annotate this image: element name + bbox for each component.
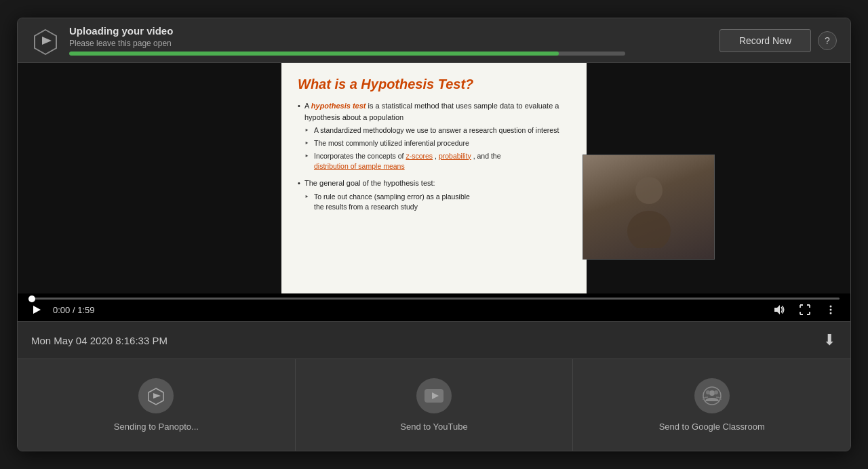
slide-sub-bullets-2: To rule out chance (sampling error) as a… [304,192,570,213]
upload-title: Uploading your video [69,25,719,37]
info-bar: Mon May 04 2020 8:16:33 PM ⬇ [18,321,850,359]
seek-dot [28,295,35,302]
share-google-classroom[interactable]: Send to Google Classroom [573,359,850,451]
progress-bar-container [69,52,625,56]
classroom-share-icon [702,386,722,406]
slide-bullet1-prefix: A [304,102,311,110]
webcam-person [583,155,714,259]
svg-point-15 [706,390,710,394]
svg-marker-5 [774,305,780,314]
header-right: Record New ? [719,29,837,52]
slide-title: What is a Hypothesis Test? [298,77,570,92]
header: Uploading your video Please leave this p… [18,18,850,63]
share-youtube[interactable]: Send to YouTube [296,359,574,451]
svg-point-6 [830,306,832,308]
youtube-icon [416,378,452,413]
svg-marker-1 [42,37,52,45]
play-button[interactable] [28,303,45,317]
video-date: Mon May 04 2020 8:16:33 PM [31,335,167,346]
share-panopto[interactable]: Sending to Panopto... [18,359,296,451]
download-button[interactable]: ⬇ [822,330,837,350]
header-left: Uploading your video Please leave this p… [31,25,719,56]
seek-bar-row[interactable] [28,298,840,300]
slide-bullet-1: A hypothesis test is a statistical metho… [298,100,570,172]
svg-point-2 [635,177,663,204]
progress-bar-fill [69,52,559,56]
panopto-logo-icon [31,26,60,55]
webcam-overlay [583,155,715,260]
svg-marker-10 [153,393,161,399]
slide-sub-bullet-1: A standardized methodology we use to ans… [304,125,570,136]
seek-bar[interactable] [28,298,840,300]
person-silhouette [622,167,676,248]
slide-sub-bullet-2: The most commonly utilized inferential p… [304,138,570,149]
slide-sub-bullet-4: To rule out chance (sampling error) as a… [304,192,570,213]
header-text: Uploading your video Please leave this p… [69,25,719,56]
slide-sub-bullet-3: Incorporates the concepts of z-scores , … [304,151,570,173]
slide-hypothesis-test-italic: hypothesis test [311,102,366,110]
panopto-label: Sending to Panopto... [114,422,199,432]
panopto-share-icon [146,386,165,405]
svg-point-3 [627,211,671,248]
slide-distribution-link: distribution of sample means [314,162,405,170]
app-window: Uploading your video Please leave this p… [17,18,851,451]
slide-content: What is a Hypothesis Test? A hypothesis … [281,63,587,293]
more-options-button[interactable] [822,302,840,317]
more-options-icon [825,304,837,316]
svg-point-7 [830,309,832,311]
youtube-share-icon [424,388,444,403]
slide-sub-bullets-1: A standardized methodology we use to ans… [304,125,570,172]
classroom-label: Send to Google Classroom [659,422,765,432]
slide-bullets: A hypothesis test is a statistical metho… [298,100,570,213]
help-button[interactable]: ? [818,31,837,50]
svg-point-16 [714,390,718,394]
volume-button[interactable] [770,302,788,317]
time-display: 0:00 / 1:59 [53,305,94,315]
svg-marker-4 [33,306,41,314]
share-options: Sending to Panopto... Send to YouTube [18,359,850,451]
fullscreen-button[interactable] [796,302,814,317]
youtube-label: Send to YouTube [400,422,467,432]
play-icon [31,304,42,315]
classroom-icon [694,378,730,413]
panopto-icon [138,378,174,413]
slide-zscores-link: z-scores [406,152,433,160]
download-icon: ⬇ [823,331,835,348]
fullscreen-icon [799,304,811,316]
svg-point-14 [709,390,715,396]
help-icon: ? [825,35,830,46]
volume-icon [773,304,785,316]
video-controls: 0:00 / 1:59 [18,293,850,321]
svg-point-8 [830,312,832,314]
slide-bullet-2: The general goal of the hypothesis test:… [298,178,570,213]
upload-subtitle: Please leave this page open [69,39,719,48]
slide-probability-link: probability [439,152,471,160]
controls-buttons-row: 0:00 / 1:59 [28,302,840,317]
record-new-button[interactable]: Record New [719,29,811,52]
video-player: What is a Hypothesis Test? A hypothesis … [18,63,850,293]
